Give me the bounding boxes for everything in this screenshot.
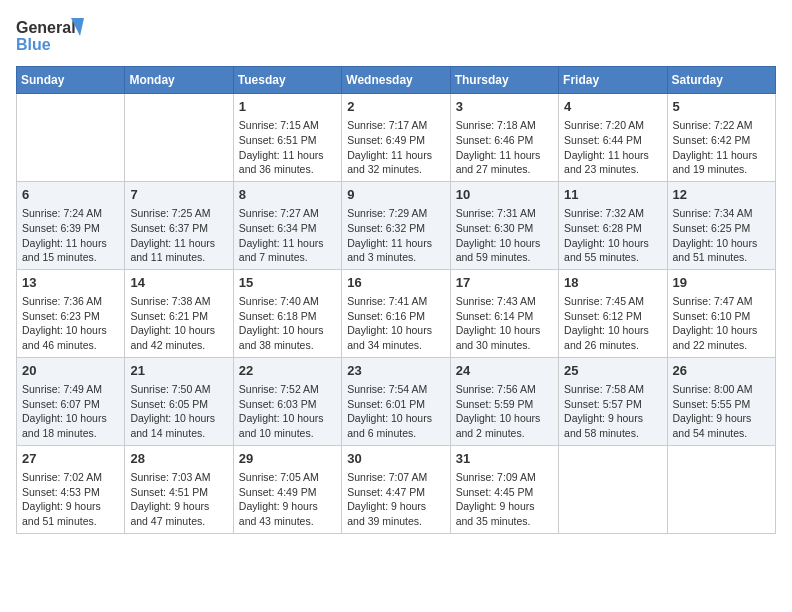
day-info: Sunrise: 7:02 AM Sunset: 4:53 PM Dayligh… xyxy=(22,470,119,529)
day-info: Sunrise: 7:18 AM Sunset: 6:46 PM Dayligh… xyxy=(456,118,553,177)
calendar-cell: 21Sunrise: 7:50 AM Sunset: 6:05 PM Dayli… xyxy=(125,357,233,445)
day-number: 21 xyxy=(130,362,227,380)
day-info: Sunrise: 7:54 AM Sunset: 6:01 PM Dayligh… xyxy=(347,382,444,441)
calendar-cell: 13Sunrise: 7:36 AM Sunset: 6:23 PM Dayli… xyxy=(17,269,125,357)
day-number: 9 xyxy=(347,186,444,204)
day-number: 8 xyxy=(239,186,336,204)
calendar-week-5: 27Sunrise: 7:02 AM Sunset: 4:53 PM Dayli… xyxy=(17,445,776,533)
calendar-cell: 5Sunrise: 7:22 AM Sunset: 6:42 PM Daylig… xyxy=(667,94,775,182)
day-info: Sunrise: 7:45 AM Sunset: 6:12 PM Dayligh… xyxy=(564,294,661,353)
calendar-week-4: 20Sunrise: 7:49 AM Sunset: 6:07 PM Dayli… xyxy=(17,357,776,445)
calendar-cell: 19Sunrise: 7:47 AM Sunset: 6:10 PM Dayli… xyxy=(667,269,775,357)
day-number: 4 xyxy=(564,98,661,116)
day-info: Sunrise: 7:03 AM Sunset: 4:51 PM Dayligh… xyxy=(130,470,227,529)
day-info: Sunrise: 7:31 AM Sunset: 6:30 PM Dayligh… xyxy=(456,206,553,265)
calendar-week-3: 13Sunrise: 7:36 AM Sunset: 6:23 PM Dayli… xyxy=(17,269,776,357)
day-number: 29 xyxy=(239,450,336,468)
calendar-cell: 26Sunrise: 8:00 AM Sunset: 5:55 PM Dayli… xyxy=(667,357,775,445)
day-number: 23 xyxy=(347,362,444,380)
calendar-cell: 2Sunrise: 7:17 AM Sunset: 6:49 PM Daylig… xyxy=(342,94,450,182)
calendar-cell: 3Sunrise: 7:18 AM Sunset: 6:46 PM Daylig… xyxy=(450,94,558,182)
svg-text:Blue: Blue xyxy=(16,36,51,53)
calendar-week-2: 6Sunrise: 7:24 AM Sunset: 6:39 PM Daylig… xyxy=(17,181,776,269)
day-number: 6 xyxy=(22,186,119,204)
day-info: Sunrise: 7:09 AM Sunset: 4:45 PM Dayligh… xyxy=(456,470,553,529)
calendar-cell: 15Sunrise: 7:40 AM Sunset: 6:18 PM Dayli… xyxy=(233,269,341,357)
day-info: Sunrise: 7:22 AM Sunset: 6:42 PM Dayligh… xyxy=(673,118,770,177)
day-info: Sunrise: 7:27 AM Sunset: 6:34 PM Dayligh… xyxy=(239,206,336,265)
calendar-week-1: 1Sunrise: 7:15 AM Sunset: 6:51 PM Daylig… xyxy=(17,94,776,182)
calendar-cell: 1Sunrise: 7:15 AM Sunset: 6:51 PM Daylig… xyxy=(233,94,341,182)
calendar-table: SundayMondayTuesdayWednesdayThursdayFrid… xyxy=(16,66,776,534)
day-info: Sunrise: 7:58 AM Sunset: 5:57 PM Dayligh… xyxy=(564,382,661,441)
day-info: Sunrise: 7:41 AM Sunset: 6:16 PM Dayligh… xyxy=(347,294,444,353)
day-number: 19 xyxy=(673,274,770,292)
calendar-cell: 4Sunrise: 7:20 AM Sunset: 6:44 PM Daylig… xyxy=(559,94,667,182)
calendar-header-thursday: Thursday xyxy=(450,67,558,94)
day-info: Sunrise: 7:38 AM Sunset: 6:21 PM Dayligh… xyxy=(130,294,227,353)
day-info: Sunrise: 7:15 AM Sunset: 6:51 PM Dayligh… xyxy=(239,118,336,177)
day-number: 18 xyxy=(564,274,661,292)
calendar-cell: 12Sunrise: 7:34 AM Sunset: 6:25 PM Dayli… xyxy=(667,181,775,269)
day-number: 1 xyxy=(239,98,336,116)
day-info: Sunrise: 7:40 AM Sunset: 6:18 PM Dayligh… xyxy=(239,294,336,353)
day-number: 16 xyxy=(347,274,444,292)
day-number: 10 xyxy=(456,186,553,204)
day-info: Sunrise: 8:00 AM Sunset: 5:55 PM Dayligh… xyxy=(673,382,770,441)
calendar-cell: 14Sunrise: 7:38 AM Sunset: 6:21 PM Dayli… xyxy=(125,269,233,357)
day-number: 26 xyxy=(673,362,770,380)
day-info: Sunrise: 7:50 AM Sunset: 6:05 PM Dayligh… xyxy=(130,382,227,441)
day-number: 17 xyxy=(456,274,553,292)
day-number: 25 xyxy=(564,362,661,380)
calendar-cell: 16Sunrise: 7:41 AM Sunset: 6:16 PM Dayli… xyxy=(342,269,450,357)
logo: GeneralBlue xyxy=(16,16,86,56)
day-info: Sunrise: 7:52 AM Sunset: 6:03 PM Dayligh… xyxy=(239,382,336,441)
day-number: 15 xyxy=(239,274,336,292)
day-number: 27 xyxy=(22,450,119,468)
calendar-cell xyxy=(125,94,233,182)
day-info: Sunrise: 7:25 AM Sunset: 6:37 PM Dayligh… xyxy=(130,206,227,265)
calendar-header-friday: Friday xyxy=(559,67,667,94)
day-number: 31 xyxy=(456,450,553,468)
calendar-cell: 29Sunrise: 7:05 AM Sunset: 4:49 PM Dayli… xyxy=(233,445,341,533)
day-info: Sunrise: 7:07 AM Sunset: 4:47 PM Dayligh… xyxy=(347,470,444,529)
day-number: 24 xyxy=(456,362,553,380)
day-info: Sunrise: 7:29 AM Sunset: 6:32 PM Dayligh… xyxy=(347,206,444,265)
day-number: 2 xyxy=(347,98,444,116)
day-info: Sunrise: 7:36 AM Sunset: 6:23 PM Dayligh… xyxy=(22,294,119,353)
calendar-header-tuesday: Tuesday xyxy=(233,67,341,94)
day-number: 20 xyxy=(22,362,119,380)
calendar-cell: 28Sunrise: 7:03 AM Sunset: 4:51 PM Dayli… xyxy=(125,445,233,533)
calendar-cell: 6Sunrise: 7:24 AM Sunset: 6:39 PM Daylig… xyxy=(17,181,125,269)
calendar-cell: 7Sunrise: 7:25 AM Sunset: 6:37 PM Daylig… xyxy=(125,181,233,269)
day-info: Sunrise: 7:05 AM Sunset: 4:49 PM Dayligh… xyxy=(239,470,336,529)
day-info: Sunrise: 7:17 AM Sunset: 6:49 PM Dayligh… xyxy=(347,118,444,177)
calendar-cell: 22Sunrise: 7:52 AM Sunset: 6:03 PM Dayli… xyxy=(233,357,341,445)
day-number: 7 xyxy=(130,186,227,204)
calendar-cell xyxy=(17,94,125,182)
day-number: 11 xyxy=(564,186,661,204)
calendar-cell: 20Sunrise: 7:49 AM Sunset: 6:07 PM Dayli… xyxy=(17,357,125,445)
calendar-cell: 9Sunrise: 7:29 AM Sunset: 6:32 PM Daylig… xyxy=(342,181,450,269)
logo-svg: GeneralBlue xyxy=(16,16,86,56)
page-header: GeneralBlue xyxy=(16,16,776,56)
day-info: Sunrise: 7:47 AM Sunset: 6:10 PM Dayligh… xyxy=(673,294,770,353)
svg-text:General: General xyxy=(16,19,76,36)
calendar-header-monday: Monday xyxy=(125,67,233,94)
calendar-cell xyxy=(559,445,667,533)
day-info: Sunrise: 7:43 AM Sunset: 6:14 PM Dayligh… xyxy=(456,294,553,353)
day-info: Sunrise: 7:32 AM Sunset: 6:28 PM Dayligh… xyxy=(564,206,661,265)
calendar-header-row: SundayMondayTuesdayWednesdayThursdayFrid… xyxy=(17,67,776,94)
day-number: 12 xyxy=(673,186,770,204)
calendar-header-saturday: Saturday xyxy=(667,67,775,94)
calendar-cell: 10Sunrise: 7:31 AM Sunset: 6:30 PM Dayli… xyxy=(450,181,558,269)
calendar-cell: 17Sunrise: 7:43 AM Sunset: 6:14 PM Dayli… xyxy=(450,269,558,357)
calendar-cell: 27Sunrise: 7:02 AM Sunset: 4:53 PM Dayli… xyxy=(17,445,125,533)
calendar-cell: 24Sunrise: 7:56 AM Sunset: 5:59 PM Dayli… xyxy=(450,357,558,445)
calendar-cell: 31Sunrise: 7:09 AM Sunset: 4:45 PM Dayli… xyxy=(450,445,558,533)
day-number: 30 xyxy=(347,450,444,468)
day-number: 14 xyxy=(130,274,227,292)
day-info: Sunrise: 7:34 AM Sunset: 6:25 PM Dayligh… xyxy=(673,206,770,265)
calendar-cell: 25Sunrise: 7:58 AM Sunset: 5:57 PM Dayli… xyxy=(559,357,667,445)
calendar-cell: 18Sunrise: 7:45 AM Sunset: 6:12 PM Dayli… xyxy=(559,269,667,357)
